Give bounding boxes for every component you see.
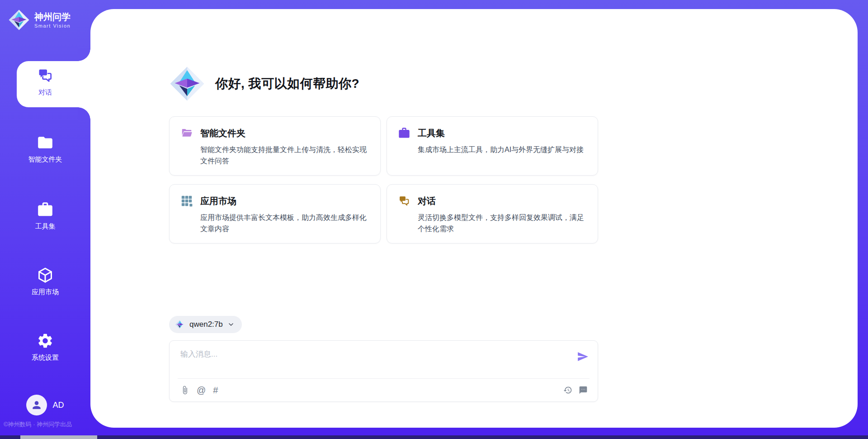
gem-logo-icon xyxy=(169,66,205,102)
paperclip-icon xyxy=(180,386,189,395)
active-tab-fillet-bottom xyxy=(78,107,90,120)
sidebar-item-smart-folders[interactable]: 智能文件夹 xyxy=(0,134,90,164)
cube-icon xyxy=(37,267,54,284)
brand-subtitle: Smart Vision xyxy=(34,23,71,29)
user-profile[interactable]: AD xyxy=(0,395,90,415)
history-button[interactable] xyxy=(563,386,572,395)
sidebar-item-chat[interactable]: 对话 xyxy=(0,67,90,97)
sidebar-item-label: 应用市场 xyxy=(32,288,59,296)
brand-logo: 神州问学 Smart Vision xyxy=(8,9,71,31)
gem-logo-icon xyxy=(175,320,185,329)
sidebar-item-label: 系统设置 xyxy=(32,353,59,362)
folder-icon xyxy=(37,134,54,151)
copyright-footer: ©神州数码 · 神州问学出品 xyxy=(4,420,108,429)
conversation-button[interactable] xyxy=(579,386,588,395)
chevron-down-icon xyxy=(227,321,235,328)
user-name: AD xyxy=(52,401,64,410)
card-title: 对话 xyxy=(418,195,436,207)
hash-icon: # xyxy=(213,386,218,395)
at-icon: @ xyxy=(197,386,206,395)
gem-logo-icon xyxy=(8,9,30,31)
avatar xyxy=(26,395,47,415)
topic-button[interactable]: # xyxy=(213,386,218,395)
briefcase-icon xyxy=(37,201,54,218)
history-icon xyxy=(563,386,572,395)
model-name: qwen2:7b xyxy=(189,320,223,329)
card-toolset[interactable]: 工具集 集成市场上主流工具，助力AI与外界无缝扩展与对接 xyxy=(387,116,598,176)
message-input[interactable] xyxy=(179,348,570,376)
user-avatar-icon xyxy=(31,399,42,411)
sidebar-item-label: 对话 xyxy=(38,88,52,97)
briefcase-icon xyxy=(398,127,410,139)
card-chat[interactable]: 对话 灵活切换多模型文件，支持多样回复效果调试，满足个性化需求 xyxy=(387,184,598,243)
model-selector[interactable]: qwen2:7b xyxy=(169,316,242,333)
card-description: 应用市场提供丰富长文本模板，助力高效生成多样化文章内容 xyxy=(200,212,369,235)
feature-cards: 智能文件夹 智能文件夹功能支持批量文件上传与清洗，轻松实现文件问答 工具集 集成… xyxy=(169,116,598,243)
card-title: 智能文件夹 xyxy=(200,127,245,139)
send-icon xyxy=(577,351,589,363)
horizontal-scrollbar-track xyxy=(0,435,868,439)
card-title: 工具集 xyxy=(418,127,445,139)
sidebar-item-app-market[interactable]: 应用市场 xyxy=(0,267,90,296)
card-description: 灵活切换多模型文件，支持多样回复效果调试，满足个性化需求 xyxy=(418,212,587,235)
mention-button[interactable]: @ xyxy=(197,386,206,395)
grid-tiles-icon xyxy=(180,195,193,207)
card-description: 集成市场上主流工具，助力AI与外界无缝扩展与对接 xyxy=(418,144,587,156)
chat-bubbles-icon xyxy=(37,67,54,84)
folder-open-icon xyxy=(180,127,193,139)
card-smart-folders[interactable]: 智能文件夹 智能文件夹功能支持批量文件上传与清洗，轻松实现文件问答 xyxy=(169,116,381,176)
sidebar-item-system-settings[interactable]: 系统设置 xyxy=(0,332,90,362)
active-tab-fillet-top xyxy=(78,48,90,61)
horizontal-scrollbar-thumb[interactable] xyxy=(20,435,97,439)
sidebar-item-toolset[interactable]: 工具集 xyxy=(0,201,90,231)
send-button[interactable] xyxy=(577,351,589,363)
composer-toolbar: @ # xyxy=(178,378,590,401)
attach-file-button[interactable] xyxy=(180,386,189,395)
greeting-text: 你好, 我可以如何帮助你? xyxy=(215,75,359,92)
message-composer: @ # xyxy=(169,340,598,402)
brand-name: 神州问学 xyxy=(34,12,71,22)
greeting: 你好, 我可以如何帮助你? xyxy=(169,66,598,102)
card-app-market[interactable]: 应用市场 应用市场提供丰富长文本模板，助力高效生成多样化文章内容 xyxy=(169,184,381,243)
chat-bubble-icon xyxy=(579,386,588,395)
chat-bubbles-icon xyxy=(398,195,410,207)
sidebar-item-label: 工具集 xyxy=(35,222,56,231)
card-description: 智能文件夹功能支持批量文件上传与清洗，轻松实现文件问答 xyxy=(200,144,369,167)
gear-icon xyxy=(37,332,54,349)
sidebar: 神州问学 Smart Vision 对话 智能文件夹 工具集 应用市场 系统设置… xyxy=(0,0,90,439)
sidebar-item-label: 智能文件夹 xyxy=(28,155,62,164)
card-title: 应用市场 xyxy=(200,195,236,207)
